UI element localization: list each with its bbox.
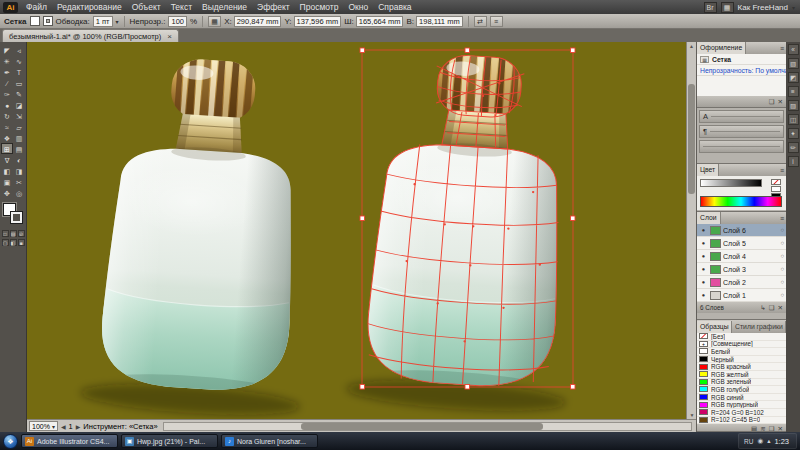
tool-pencil[interactable]: ✎: [13, 88, 25, 99]
taskbar-button-illustrator[interactable]: Ai Adobe Illustrator CS4...: [21, 434, 118, 448]
menu-item-select[interactable]: Выделение: [197, 0, 252, 14]
x-input[interactable]: 290,847 mm: [234, 16, 282, 27]
tool-free-transform[interactable]: ▱: [13, 121, 25, 132]
tab-graphic-styles[interactable]: Стили графики: [732, 321, 786, 333]
visibility-eye-icon[interactable]: ●: [699, 266, 708, 272]
vertical-scroll-thumb[interactable]: [688, 84, 695, 194]
tool-eyedropper[interactable]: ∇: [1, 154, 13, 165]
new-layer-icon[interactable]: ❏: [769, 304, 775, 312]
visibility-eye-icon[interactable]: ●: [699, 240, 708, 246]
reference-point-icon[interactable]: ▦: [208, 16, 221, 27]
opacity-link[interactable]: Непрозрачность: По умолчанию: [700, 67, 786, 74]
tool-blend[interactable]: ◐: [13, 154, 25, 165]
y-input[interactable]: 137,596 mm: [294, 16, 342, 27]
target-circle-icon[interactable]: ○: [780, 279, 784, 285]
panel-menu-icon[interactable]: ≡: [778, 167, 786, 174]
none-fill-button[interactable]: ⊘: [18, 230, 25, 237]
horizontal-scroll-thumb[interactable]: [301, 423, 544, 430]
appearance-row-mesh[interactable]: ▦ Сетка: [697, 54, 786, 65]
tab-swatches[interactable]: Образцы: [697, 321, 732, 333]
target-circle-icon[interactable]: ○: [780, 227, 784, 233]
paragraph-panel-bar[interactable]: ¶: [699, 125, 784, 138]
stroke-color-chip[interactable]: [43, 16, 53, 26]
tool-width[interactable]: ≈: [1, 121, 13, 132]
list-view-icon[interactable]: ≋: [760, 425, 765, 432]
document-canvas[interactable]: [27, 42, 686, 419]
dock-color-icon[interactable]: ▧: [788, 58, 799, 69]
stroke-weight-field[interactable]: 1 пт: [93, 16, 113, 27]
appearance-row-opacity[interactable]: Непрозрачность: По умолчанию: [697, 65, 786, 76]
target-circle-icon[interactable]: ○: [780, 240, 784, 246]
tool-paintbrush[interactable]: ✑: [1, 88, 13, 99]
dock-brushes-icon[interactable]: ✏: [788, 142, 799, 153]
tool-line[interactable]: ∕: [1, 77, 13, 88]
white-color-chip[interactable]: [771, 186, 781, 192]
width-input[interactable]: 165,664 mm: [356, 16, 404, 27]
layer-row[interactable]: ● Слой 2 ○: [697, 276, 786, 289]
menu-item-window[interactable]: Окно: [343, 0, 373, 14]
dock-stroke-icon[interactable]: ≡: [788, 86, 799, 97]
tool-magic-wand[interactable]: ✳: [1, 55, 13, 66]
tool-live-paint-selection[interactable]: ◨: [13, 165, 25, 176]
tool-blob-brush[interactable]: ●: [1, 99, 13, 110]
screen-normal-button[interactable]: ▢: [2, 239, 9, 246]
taskbar-clock[interactable]: 1:23: [774, 437, 791, 446]
align-icon[interactable]: ⇄: [474, 16, 487, 27]
tray-volume-icon[interactable]: ◉: [757, 437, 763, 445]
visibility-eye-icon[interactable]: ●: [699, 253, 708, 259]
dock-collapse-icon[interactable]: «: [788, 44, 799, 55]
panel-menu-icon[interactable]: ≡: [778, 215, 786, 222]
trash-icon[interactable]: ✕: [778, 98, 783, 106]
tray-updates-icon[interactable]: ▴: [767, 437, 770, 445]
stroke-swatch[interactable]: [10, 211, 23, 224]
artboard-prev-icon[interactable]: ◀: [61, 423, 66, 430]
layer-row[interactable]: ● Слой 6 ○: [697, 224, 786, 237]
scroll-up-icon[interactable]: ▲: [687, 42, 696, 50]
screen-menubar-button[interactable]: ◧: [10, 239, 17, 246]
tool-lasso[interactable]: ∿: [13, 55, 25, 66]
gradient-fill-button[interactable]: ▨: [10, 230, 17, 237]
tool-rotate[interactable]: ↻: [1, 110, 13, 121]
target-circle-icon[interactable]: ○: [780, 292, 784, 298]
document-tab[interactable]: безымянный-1.ai* @ 100% (RGB/Просмотр) ×: [2, 29, 179, 42]
new-sublayer-icon[interactable]: ↳: [760, 304, 765, 312]
menu-item-help[interactable]: Справка: [373, 0, 416, 14]
trash-icon[interactable]: ✕: [778, 304, 783, 312]
menu-item-effect[interactable]: Эффект: [252, 0, 295, 14]
zoom-level-dropdown[interactable]: 100% ▾: [29, 421, 58, 431]
trash-icon[interactable]: ✕: [778, 425, 783, 432]
target-circle-icon[interactable]: ○: [780, 253, 784, 259]
workspace-switcher[interactable]: Как FreeHand: [738, 3, 788, 12]
tool-selection[interactable]: ◤: [1, 44, 13, 55]
menu-item-object[interactable]: Объект: [127, 0, 166, 14]
tool-live-paint-bucket[interactable]: ◧: [1, 165, 13, 176]
new-item-icon[interactable]: ❏: [769, 98, 775, 106]
fill-color-chip[interactable]: [30, 16, 40, 26]
tab-appearance[interactable]: Оформление: [697, 42, 746, 54]
dock-info-icon[interactable]: i: [788, 156, 799, 167]
stroke-chevron-icon[interactable]: ▾: [116, 18, 119, 25]
panel-menu-icon[interactable]: ≡: [778, 45, 786, 52]
tool-mesh[interactable]: ⊞: [1, 143, 13, 154]
none-color-chip[interactable]: [771, 179, 781, 185]
start-button[interactable]: ❖: [3, 434, 18, 449]
grayscale-ramp[interactable]: [700, 179, 762, 187]
tool-eraser[interactable]: ◪: [13, 99, 25, 110]
arrange-documents-icon[interactable]: ▦: [721, 2, 734, 13]
tool-artboard[interactable]: ▣: [1, 176, 13, 187]
visibility-eye-icon[interactable]: ●: [699, 279, 708, 285]
tray-language-indicator[interactable]: RU: [744, 438, 753, 445]
dock-gradient-icon[interactable]: ▨: [788, 100, 799, 111]
bottle-mesh[interactable]: [345, 47, 591, 416]
tool-pen[interactable]: ✒: [1, 66, 13, 77]
app-icon[interactable]: Ai: [3, 2, 18, 13]
tool-zoom[interactable]: ◎: [13, 187, 25, 198]
horizontal-scrollbar[interactable]: [163, 422, 692, 431]
dock-transparency-icon[interactable]: ◫: [788, 114, 799, 125]
canvas-artwork[interactable]: [27, 42, 686, 419]
spectrum-ramp[interactable]: [700, 196, 782, 207]
menu-item-file[interactable]: Файл: [21, 0, 52, 14]
tab-layers[interactable]: Слои: [697, 212, 721, 224]
close-icon[interactable]: ×: [167, 32, 172, 41]
opentype-panel-bar[interactable]: [699, 140, 784, 153]
